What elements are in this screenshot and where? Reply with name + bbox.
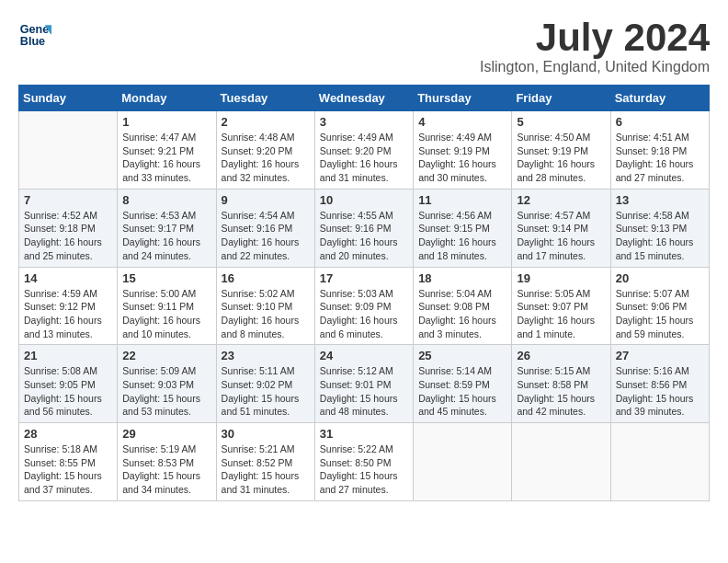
calendar-cell: 10Sunrise: 4:55 AMSunset: 9:16 PMDayligh… <box>314 189 413 267</box>
day-number: 21 <box>24 349 112 362</box>
day-info: Sunrise: 4:50 AMSunset: 9:19 PMDaylight:… <box>517 131 605 185</box>
header: General Blue July 2024 Islington, Englan… <box>18 18 710 75</box>
calendar-cell: 14Sunrise: 4:59 AMSunset: 9:12 PMDayligh… <box>19 267 118 345</box>
day-info: Sunrise: 5:18 AMSunset: 8:55 PMDaylight:… <box>24 442 112 497</box>
calendar-cell: 6Sunrise: 4:51 AMSunset: 9:18 PMDaylight… <box>610 111 709 190</box>
calendar-cell: 21Sunrise: 5:08 AMSunset: 9:05 PMDayligh… <box>19 345 118 423</box>
day-info: Sunrise: 5:07 AMSunset: 9:06 PMDaylight:… <box>616 287 704 341</box>
day-number: 31 <box>320 427 408 441</box>
day-number: 25 <box>418 349 506 362</box>
calendar-cell: 7Sunrise: 4:52 AMSunset: 9:18 PMDaylight… <box>19 189 118 267</box>
day-info: Sunrise: 4:59 AMSunset: 9:12 PMDaylight:… <box>24 287 112 341</box>
day-number: 10 <box>320 193 408 207</box>
calendar-cell: 19Sunrise: 5:05 AMSunset: 9:07 PMDayligh… <box>512 267 610 345</box>
calendar-table: SundayMondayTuesdayWednesdayThursdayFrid… <box>18 85 710 501</box>
day-info: Sunrise: 4:56 AMSunset: 9:15 PMDaylight:… <box>418 209 506 263</box>
page-container: General Blue July 2024 Islington, Englan… <box>18 18 710 501</box>
header-day-monday: Monday <box>118 86 216 111</box>
day-info: Sunrise: 5:15 AMSunset: 8:58 PMDaylight:… <box>517 364 605 419</box>
calendar-cell <box>19 111 118 190</box>
week-row-4: 21Sunrise: 5:08 AMSunset: 9:05 PMDayligh… <box>19 345 710 423</box>
header-day-tuesday: Tuesday <box>216 86 314 111</box>
week-row-5: 28Sunrise: 5:18 AMSunset: 8:55 PMDayligh… <box>19 423 710 501</box>
calendar-cell: 4Sunrise: 4:49 AMSunset: 9:19 PMDaylight… <box>414 111 512 190</box>
header-day-friday: Friday <box>512 86 610 111</box>
day-info: Sunrise: 5:03 AMSunset: 9:09 PMDaylight:… <box>320 287 408 341</box>
day-number: 20 <box>616 271 704 285</box>
calendar-cell <box>610 423 709 501</box>
calendar-cell: 3Sunrise: 4:49 AMSunset: 9:20 PMDaylight… <box>314 111 413 190</box>
day-number: 29 <box>122 427 210 441</box>
day-info: Sunrise: 5:12 AMSunset: 9:01 PMDaylight:… <box>320 364 408 419</box>
calendar-cell: 16Sunrise: 5:02 AMSunset: 9:10 PMDayligh… <box>216 267 314 345</box>
calendar-subtitle: Islington, England, United Kingdom <box>480 59 710 75</box>
day-info: Sunrise: 5:00 AMSunset: 9:11 PMDaylight:… <box>122 287 210 341</box>
calendar-cell: 1Sunrise: 4:47 AMSunset: 9:21 PMDaylight… <box>118 111 216 190</box>
day-info: Sunrise: 4:49 AMSunset: 9:19 PMDaylight:… <box>418 131 506 185</box>
calendar-cell: 26Sunrise: 5:15 AMSunset: 8:58 PMDayligh… <box>512 345 610 423</box>
calendar-cell: 20Sunrise: 5:07 AMSunset: 9:06 PMDayligh… <box>610 267 709 345</box>
calendar-cell: 24Sunrise: 5:12 AMSunset: 9:01 PMDayligh… <box>314 345 413 423</box>
day-info: Sunrise: 5:04 AMSunset: 9:08 PMDaylight:… <box>418 287 506 341</box>
day-info: Sunrise: 5:02 AMSunset: 9:10 PMDaylight:… <box>222 287 310 341</box>
calendar-cell: 11Sunrise: 4:56 AMSunset: 9:15 PMDayligh… <box>414 189 512 267</box>
day-number: 30 <box>222 427 310 441</box>
day-number: 26 <box>517 349 605 362</box>
day-info: Sunrise: 5:09 AMSunset: 9:03 PMDaylight:… <box>122 364 210 419</box>
calendar-cell: 29Sunrise: 5:19 AMSunset: 8:53 PMDayligh… <box>118 423 216 501</box>
day-info: Sunrise: 5:11 AMSunset: 9:02 PMDaylight:… <box>222 364 310 419</box>
day-info: Sunrise: 5:22 AMSunset: 8:50 PMDaylight:… <box>320 442 408 497</box>
day-info: Sunrise: 5:21 AMSunset: 8:52 PMDaylight:… <box>222 442 310 497</box>
calendar-cell: 25Sunrise: 5:14 AMSunset: 8:59 PMDayligh… <box>414 345 512 423</box>
title-section: July 2024 Islington, England, United Kin… <box>480 18 710 75</box>
calendar-cell: 15Sunrise: 5:00 AMSunset: 9:11 PMDayligh… <box>118 267 216 345</box>
day-info: Sunrise: 5:08 AMSunset: 9:05 PMDaylight:… <box>24 364 112 419</box>
day-info: Sunrise: 4:53 AMSunset: 9:17 PMDaylight:… <box>122 209 210 263</box>
calendar-cell: 28Sunrise: 5:18 AMSunset: 8:55 PMDayligh… <box>19 423 118 501</box>
header-day-sunday: Sunday <box>19 86 118 111</box>
day-number: 2 <box>222 115 310 129</box>
calendar-cell: 22Sunrise: 5:09 AMSunset: 9:03 PMDayligh… <box>118 345 216 423</box>
day-info: Sunrise: 4:49 AMSunset: 9:20 PMDaylight:… <box>320 131 408 185</box>
logo: General Blue <box>18 18 51 52</box>
day-number: 11 <box>418 193 506 207</box>
day-number: 19 <box>517 271 605 285</box>
day-info: Sunrise: 4:48 AMSunset: 9:20 PMDaylight:… <box>222 131 310 185</box>
day-info: Sunrise: 4:55 AMSunset: 9:16 PMDaylight:… <box>320 209 408 263</box>
calendar-cell: 27Sunrise: 5:16 AMSunset: 8:56 PMDayligh… <box>610 345 709 423</box>
day-info: Sunrise: 4:51 AMSunset: 9:18 PMDaylight:… <box>616 131 704 185</box>
calendar-cell: 5Sunrise: 4:50 AMSunset: 9:19 PMDaylight… <box>512 111 610 190</box>
header-day-wednesday: Wednesday <box>314 86 413 111</box>
calendar-cell: 9Sunrise: 4:54 AMSunset: 9:16 PMDaylight… <box>216 189 314 267</box>
day-number: 3 <box>320 115 408 129</box>
day-info: Sunrise: 5:14 AMSunset: 8:59 PMDaylight:… <box>418 364 506 419</box>
calendar-cell: 2Sunrise: 4:48 AMSunset: 9:20 PMDaylight… <box>216 111 314 190</box>
day-info: Sunrise: 5:16 AMSunset: 8:56 PMDaylight:… <box>616 364 704 419</box>
day-number: 18 <box>418 271 506 285</box>
day-number: 14 <box>24 271 112 285</box>
day-number: 23 <box>222 349 310 362</box>
day-number: 16 <box>222 271 310 285</box>
day-number: 7 <box>24 193 112 207</box>
day-info: Sunrise: 4:57 AMSunset: 9:14 PMDaylight:… <box>517 209 605 263</box>
day-number: 22 <box>122 349 210 362</box>
calendar-cell: 17Sunrise: 5:03 AMSunset: 9:09 PMDayligh… <box>314 267 413 345</box>
day-info: Sunrise: 4:47 AMSunset: 9:21 PMDaylight:… <box>122 131 210 185</box>
day-number: 13 <box>616 193 704 207</box>
calendar-cell: 8Sunrise: 4:53 AMSunset: 9:17 PMDaylight… <box>118 189 216 267</box>
day-number: 27 <box>616 349 704 362</box>
header-day-thursday: Thursday <box>414 86 512 111</box>
day-info: Sunrise: 4:58 AMSunset: 9:13 PMDaylight:… <box>616 209 704 263</box>
svg-text:Blue: Blue <box>20 35 45 48</box>
calendar-cell: 12Sunrise: 4:57 AMSunset: 9:14 PMDayligh… <box>512 189 610 267</box>
day-info: Sunrise: 4:52 AMSunset: 9:18 PMDaylight:… <box>24 209 112 263</box>
calendar-cell: 23Sunrise: 5:11 AMSunset: 9:02 PMDayligh… <box>216 345 314 423</box>
week-row-3: 14Sunrise: 4:59 AMSunset: 9:12 PMDayligh… <box>19 267 710 345</box>
day-number: 4 <box>418 115 506 129</box>
day-number: 8 <box>122 193 210 207</box>
calendar-cell: 30Sunrise: 5:21 AMSunset: 8:52 PMDayligh… <box>216 423 314 501</box>
calendar-cell <box>414 423 512 501</box>
day-number: 6 <box>616 115 704 129</box>
calendar-header-row: SundayMondayTuesdayWednesdayThursdayFrid… <box>19 86 710 111</box>
day-info: Sunrise: 5:19 AMSunset: 8:53 PMDaylight:… <box>122 442 210 497</box>
